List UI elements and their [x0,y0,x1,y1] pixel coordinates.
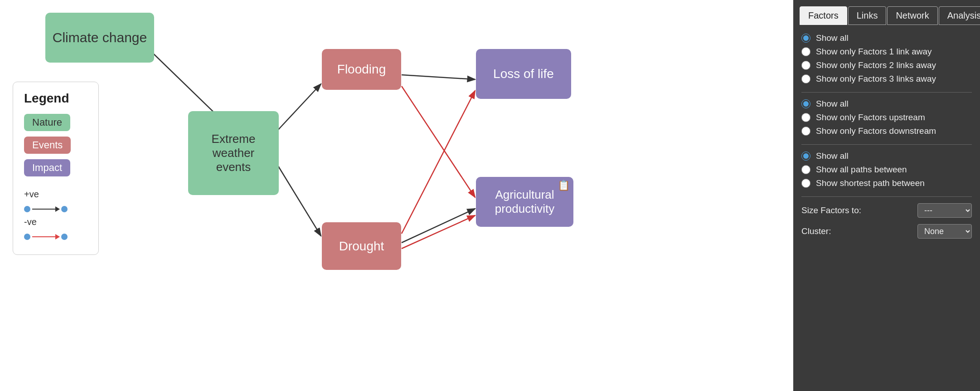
divider-2 [801,144,972,145]
size-factors-row: Size Factors to: --- [801,203,972,218]
svg-line-3 [402,75,475,79]
node-loss-of-life-label: Loss of life [493,66,554,82]
radio-all-paths[interactable] [801,165,810,174]
radio-show-all-2[interactable] [801,99,810,108]
legend-impact: Impact [24,159,70,176]
radio-show-all-1[interactable] [801,34,810,43]
radio-row-3links: Show only Factors 3 links away [801,74,972,84]
legend-nature: Nature [24,114,70,131]
label-show-all-3: Show all [816,151,849,161]
label-all-paths: Show all paths between [816,165,907,175]
node-climate-change[interactable]: Climate change [45,13,154,63]
tab-analysis[interactable]: Analysis [939,6,980,25]
label-1link: Show only Factors 1 link away [816,47,932,57]
size-factors-label: Size Factors to: [801,205,861,215]
radio-1link[interactable] [801,47,810,56]
legend-negative-line [32,236,59,237]
note-icon: 📋 [558,180,570,191]
radio-group-3: Show all Show all paths between Show sho… [801,151,972,188]
node-drought-label: Drought [339,239,384,254]
legend-negative-label: -ve [24,217,87,227]
radio-row-show-all-3: Show all [801,151,972,161]
tab-network[interactable]: Network [887,6,937,25]
node-drought[interactable]: Drought [322,222,401,270]
label-show-all-2: Show all [816,99,849,109]
node-agricultural-productivity[interactable]: Agricultural productivity 📋 [476,177,573,227]
legend-positive-line [32,209,59,210]
cluster-row: Cluster: None [801,224,972,239]
radio-2links[interactable] [801,61,810,70]
tab-links[interactable]: Links [848,6,887,25]
label-3links: Show only Factors 3 links away [816,74,936,84]
radio-row-downstream: Show only Factors downstream [801,126,972,136]
radio-row-shortest-path: Show shortest path between [801,178,972,188]
radio-row-all-paths: Show all paths between [801,165,972,175]
radio-group-1: Show all Show only Factors 1 link away S… [801,33,972,84]
legend-negative-dot-left [24,234,30,240]
panel-tabs: Factors Links Network Analysis [793,0,980,25]
legend-negative-arrow [24,234,87,240]
node-extreme-weather-label: Extreme weather events [212,132,256,175]
radio-show-all-3[interactable] [801,152,810,161]
radio-row-upstream: Show only Factors upstream [801,112,972,122]
divider-1 [801,92,972,93]
legend-positive-dot-left [24,206,30,212]
divider-3 [801,196,972,197]
svg-line-2 [277,163,321,236]
cluster-select[interactable]: None [917,224,972,239]
radio-row-1link: Show only Factors 1 link away [801,47,972,57]
radio-row-2links: Show only Factors 2 links away [801,60,972,70]
right-panel: Factors Links Network Analysis Show all … [793,0,980,391]
tab-factors[interactable]: Factors [800,6,847,25]
svg-line-6 [402,209,475,243]
node-agricultural-label: Agricultural productivity [495,188,555,216]
node-climate-change-label: Climate change [53,29,147,46]
node-extreme-weather[interactable]: Extreme weather events [188,111,279,195]
node-loss-of-life[interactable]: Loss of life [476,49,571,99]
label-show-all-1: Show all [816,33,849,43]
legend-negative-dot-right [61,234,68,240]
svg-line-5 [402,91,475,234]
label-2links: Show only Factors 2 links away [816,60,936,70]
radio-3links[interactable] [801,74,810,83]
node-flooding-label: Flooding [337,62,386,77]
label-downstream: Show only Factors downstream [816,126,936,136]
radio-row-show-all-2: Show all [801,99,972,109]
label-upstream: Show only Factors upstream [816,112,925,122]
legend-title: Legend [24,91,87,106]
cluster-label: Cluster: [801,226,831,236]
panel-body: Show all Show only Factors 1 link away S… [793,25,980,253]
legend-positive-arrow [24,206,87,212]
radio-shortest-path[interactable] [801,179,810,188]
legend-positive-label: +ve [24,189,87,200]
size-factors-select[interactable]: --- [917,203,972,218]
svg-line-4 [402,86,475,197]
svg-line-1 [277,84,321,132]
radio-upstream[interactable] [801,113,810,122]
radio-row-show-all-1: Show all [801,33,972,43]
legend-events: Events [24,137,71,154]
legend: Legend Nature Events Impact +ve -ve [13,82,99,255]
legend-positive-dot-right [61,206,68,212]
radio-group-2: Show all Show only Factors upstream Show… [801,99,972,136]
svg-line-7 [402,215,475,249]
label-shortest-path: Show shortest path between [816,178,925,188]
radio-downstream[interactable] [801,127,810,136]
node-flooding[interactable]: Flooding [322,49,401,90]
